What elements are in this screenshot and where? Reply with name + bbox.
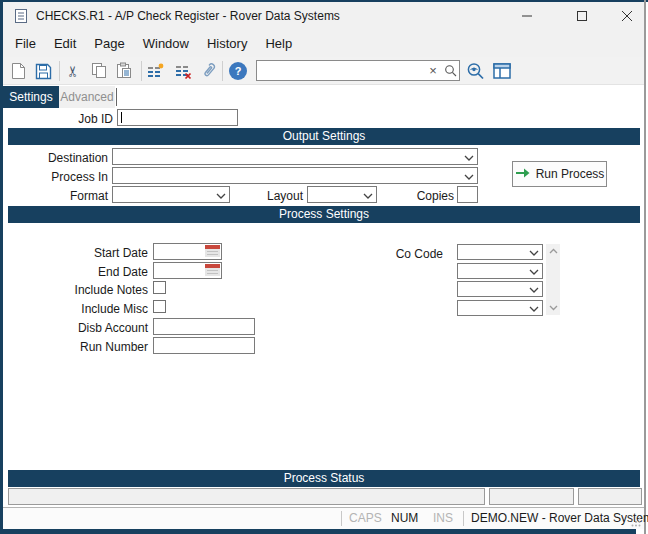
toolbar-separator — [141, 61, 142, 81]
maximize-button[interactable] — [565, 2, 599, 30]
tab-settings[interactable]: Settings — [3, 86, 59, 108]
job-id-label: Job ID — [8, 111, 113, 127]
process-status-field-2 — [489, 488, 574, 505]
menu-window[interactable]: Window — [134, 30, 198, 57]
run-process-button[interactable]: Run Process — [512, 161, 607, 187]
co-code-select-1[interactable] — [457, 244, 543, 260]
ins-indicator: INS — [433, 508, 453, 529]
format-select[interactable] — [112, 186, 230, 203]
process-settings-header: Process Settings — [8, 206, 640, 223]
destination-select[interactable] — [112, 148, 478, 165]
end-date-label: End Date — [48, 264, 148, 280]
chevron-down-icon — [529, 264, 539, 278]
tab-divider — [116, 88, 117, 106]
layout-select[interactable] — [307, 186, 377, 203]
output-settings-header: Output Settings — [8, 128, 640, 145]
co-code-select-3[interactable] — [457, 281, 543, 297]
chevron-down-icon — [363, 188, 373, 202]
disb-account-field[interactable] — [153, 318, 255, 335]
include-misc-label: Include Misc — [28, 301, 148, 317]
app-window: CHECKS.R1 - A/P Check Register - Rover D… — [0, 0, 648, 534]
destination-label: Destination — [8, 150, 108, 166]
calendar-icon[interactable] — [205, 245, 220, 257]
disb-account-label: Disb Account — [28, 320, 148, 336]
process-status-field-main — [8, 488, 485, 505]
title-bar: CHECKS.R1 - A/P Check Register - Rover D… — [3, 2, 644, 30]
run-number-field[interactable] — [153, 337, 255, 354]
menu-file[interactable]: File — [6, 30, 45, 57]
window-title: CHECKS.R1 - A/P Check Register - Rover D… — [36, 2, 340, 30]
app-document-icon — [14, 8, 28, 27]
save-icon[interactable] — [34, 62, 52, 80]
include-misc-checkbox[interactable] — [153, 300, 166, 313]
insert-row-icon[interactable] — [146, 62, 164, 80]
copies-label: Copies — [398, 188, 454, 204]
attach-icon[interactable] — [199, 62, 217, 80]
format-label: Format — [8, 188, 108, 204]
start-date-label: Start Date — [48, 245, 148, 261]
co-code-select-2[interactable] — [457, 263, 543, 279]
clear-search-icon[interactable]: × — [425, 61, 441, 80]
caps-indicator: CAPS — [349, 508, 382, 529]
chevron-down-icon — [529, 282, 539, 296]
end-date-field[interactable] — [153, 262, 222, 279]
search-icon[interactable] — [441, 64, 459, 77]
menu-edit[interactable]: Edit — [45, 30, 85, 57]
process-in-select[interactable] — [112, 167, 478, 184]
chevron-down-icon — [529, 301, 539, 315]
toolbar-separator — [222, 61, 223, 81]
calendar-icon[interactable] — [205, 264, 220, 276]
chevron-down-icon — [529, 245, 539, 259]
status-separator — [341, 511, 342, 526]
status-bar: CAPS NUM INS DEMO.NEW - Rover Data Syste… — [3, 507, 644, 529]
scroll-up-icon[interactable] — [546, 245, 560, 257]
run-arrow-icon — [515, 167, 530, 182]
menu-page[interactable]: Page — [85, 30, 133, 57]
start-date-field[interactable] — [153, 243, 222, 260]
run-process-label: Run Process — [536, 167, 605, 181]
copy-icon[interactable] — [90, 62, 108, 80]
chevron-down-icon — [216, 188, 226, 202]
tab-advanced[interactable]: Advanced — [59, 86, 115, 108]
help-icon[interactable]: ? — [229, 62, 247, 80]
resize-grip-icon[interactable] — [631, 516, 641, 526]
chevron-down-icon — [464, 150, 474, 164]
minimize-button[interactable] — [510, 2, 544, 30]
scroll-down-icon[interactable] — [546, 302, 560, 314]
session-indicator: DEMO.NEW - Rover Data Systems — [471, 508, 648, 529]
include-notes-label: Include Notes — [28, 282, 148, 298]
num-indicator: NUM — [391, 508, 418, 529]
process-status-header: Process Status — [8, 470, 640, 487]
co-code-select-4[interactable] — [457, 300, 543, 316]
run-number-label: Run Number — [28, 339, 148, 355]
toolbar: ✂ ? × — [3, 57, 644, 85]
window-border-right — [644, 0, 646, 534]
menu-help[interactable]: Help — [256, 30, 301, 57]
paste-icon[interactable] — [115, 62, 133, 80]
layout-label: Layout — [240, 188, 303, 204]
include-notes-checkbox[interactable] — [153, 281, 166, 294]
menu-bar: File Edit Page Window History Help — [3, 30, 644, 57]
co-code-scrollbar[interactable] — [546, 244, 560, 315]
close-button[interactable] — [610, 2, 644, 30]
delete-row-icon[interactable] — [174, 62, 192, 80]
process-in-label: Process In — [8, 169, 108, 185]
process-status-field-3 — [578, 488, 642, 505]
co-code-label: Co Code — [383, 246, 443, 262]
find-record-icon[interactable] — [465, 62, 487, 80]
copies-field[interactable] — [457, 186, 478, 203]
layout-view-icon[interactable] — [493, 62, 511, 80]
status-separator — [463, 511, 464, 526]
text-caret — [121, 112, 122, 123]
menu-history[interactable]: History — [198, 30, 256, 57]
toolbar-separator — [59, 61, 60, 81]
search-input[interactable] — [257, 62, 425, 79]
window-border-bottom — [0, 529, 636, 534]
toolbar-search-box: × — [256, 60, 460, 81]
new-document-icon[interactable] — [9, 62, 27, 80]
cut-icon[interactable]: ✂ — [64, 62, 82, 80]
chevron-down-icon — [464, 169, 474, 183]
job-id-field[interactable] — [117, 109, 238, 126]
